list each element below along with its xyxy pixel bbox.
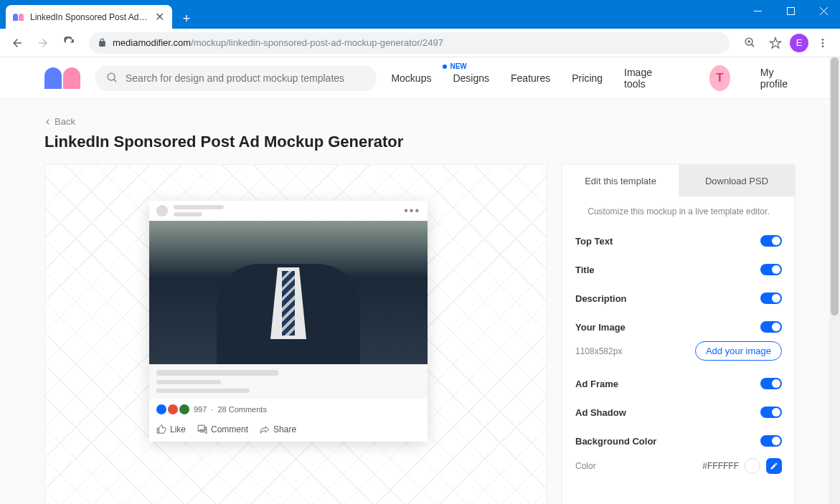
toggle-ad-shadow[interactable] bbox=[760, 406, 782, 418]
toggle-top-text[interactable] bbox=[760, 235, 782, 247]
svg-point-5 bbox=[822, 45, 824, 47]
color-preview[interactable] bbox=[745, 458, 760, 474]
scrollbar-thumb[interactable] bbox=[831, 57, 839, 315]
browser-tab[interactable]: LinkedIn Sponsored Post Ad Moc ✕ bbox=[6, 5, 172, 29]
reaction-count: 997 bbox=[194, 405, 207, 414]
tab-edit-template[interactable]: Edit this template bbox=[562, 165, 679, 196]
toggle-ad-frame[interactable] bbox=[760, 378, 782, 389]
option-your-image: Your Image bbox=[575, 322, 626, 333]
placeholder-line bbox=[156, 370, 278, 376]
browser-profile-avatar[interactable]: E bbox=[790, 34, 808, 52]
linkedin-post-mockup: ••• 997 bbox=[149, 201, 428, 442]
chevron-left-icon bbox=[44, 118, 52, 125]
maximize-button[interactable] bbox=[774, 0, 807, 22]
search-box[interactable] bbox=[95, 65, 377, 91]
new-badge: NEW bbox=[450, 62, 466, 70]
placeholder-line bbox=[174, 212, 202, 217]
menu-icon[interactable] bbox=[811, 32, 834, 54]
toggle-your-image[interactable] bbox=[760, 321, 782, 333]
new-tab-button[interactable]: + bbox=[176, 9, 197, 29]
add-your-image-button[interactable]: Add your image bbox=[695, 341, 782, 361]
close-window-button[interactable] bbox=[807, 0, 840, 22]
svg-point-6 bbox=[108, 73, 115, 80]
tab-title: LinkedIn Sponsored Post Ad Moc bbox=[30, 12, 148, 22]
url-text: mediamodifier.com/mockup/linkedin-sponso… bbox=[113, 37, 721, 48]
svg-rect-1 bbox=[787, 7, 794, 14]
favicon bbox=[13, 11, 24, 23]
address-bar[interactable]: mediamodifier.com/mockup/linkedin-sponso… bbox=[89, 32, 730, 54]
sidebar-hint: Customize this mockup in a live template… bbox=[562, 196, 795, 227]
like-button: Like bbox=[156, 424, 186, 434]
bookmark-icon[interactable] bbox=[764, 32, 787, 54]
lock-icon bbox=[98, 38, 107, 47]
share-icon bbox=[260, 424, 270, 434]
mockup-canvas: ••• 997 bbox=[44, 164, 547, 504]
nav-pricing[interactable]: Pricing bbox=[572, 72, 603, 84]
nav-designs[interactable]: NEW Designs bbox=[453, 72, 489, 84]
color-picker-button[interactable] bbox=[766, 458, 782, 474]
pencil-icon bbox=[770, 462, 778, 470]
search-input[interactable] bbox=[126, 72, 365, 84]
back-link[interactable]: Back bbox=[44, 116, 796, 127]
option-top-text: Top Text bbox=[575, 236, 613, 247]
zoom-icon[interactable] bbox=[738, 32, 761, 54]
color-label: Color bbox=[575, 461, 596, 471]
placeholder-avatar bbox=[156, 205, 168, 217]
site-logo[interactable] bbox=[44, 67, 80, 89]
option-description: Description bbox=[575, 293, 627, 304]
tab-close-icon[interactable]: ✕ bbox=[154, 10, 165, 24]
color-value: #FFFFFF bbox=[702, 461, 739, 471]
love-reaction-icon bbox=[168, 404, 178, 414]
more-icon: ••• bbox=[404, 204, 420, 217]
svg-rect-0 bbox=[754, 11, 762, 11]
reload-button[interactable] bbox=[57, 32, 80, 54]
forward-button[interactable] bbox=[32, 32, 55, 54]
tab-download-psd[interactable]: Download PSD bbox=[679, 165, 795, 196]
comment-icon bbox=[197, 424, 207, 434]
placeholder-line bbox=[156, 389, 250, 393]
nav-features[interactable]: Features bbox=[511, 72, 550, 84]
image-size-label: 1108x582px bbox=[575, 346, 622, 356]
thumbs-up-icon bbox=[156, 424, 166, 434]
nav-mockups[interactable]: Mockups bbox=[391, 72, 431, 84]
option-title: Title bbox=[575, 265, 595, 275]
like-reaction-icon bbox=[156, 404, 166, 414]
user-avatar[interactable]: T bbox=[709, 65, 730, 91]
toggle-description[interactable] bbox=[760, 293, 782, 304]
toggle-bg-color[interactable] bbox=[760, 435, 782, 447]
vertical-scrollbar[interactable] bbox=[829, 57, 840, 504]
search-icon bbox=[106, 72, 118, 84]
celebrate-reaction-icon bbox=[179, 404, 189, 414]
svg-point-3 bbox=[822, 39, 824, 41]
comment-count: 28 Comments bbox=[217, 405, 266, 414]
toggle-title[interactable] bbox=[760, 264, 782, 275]
option-bg-color: Background Color bbox=[575, 436, 656, 447]
my-profile-link[interactable]: My profile bbox=[760, 67, 796, 90]
minimize-button[interactable] bbox=[741, 0, 774, 22]
new-dot-icon bbox=[443, 65, 447, 69]
page-title: LinkedIn Sponsored Post Ad Mockup Genera… bbox=[44, 133, 796, 151]
option-ad-frame: Ad Frame bbox=[575, 379, 618, 389]
mockup-image bbox=[149, 221, 428, 364]
option-ad-shadow: Ad Shadow bbox=[575, 407, 626, 418]
comment-button: Comment bbox=[197, 424, 248, 434]
svg-point-4 bbox=[822, 42, 824, 44]
back-button[interactable] bbox=[6, 32, 29, 54]
share-button: Share bbox=[260, 424, 296, 434]
editor-sidebar: Edit this template Download PSD Customiz… bbox=[562, 164, 796, 504]
placeholder-line bbox=[156, 380, 221, 384]
nav-image-tools[interactable]: Image tools bbox=[624, 67, 666, 90]
placeholder-line bbox=[174, 205, 224, 209]
